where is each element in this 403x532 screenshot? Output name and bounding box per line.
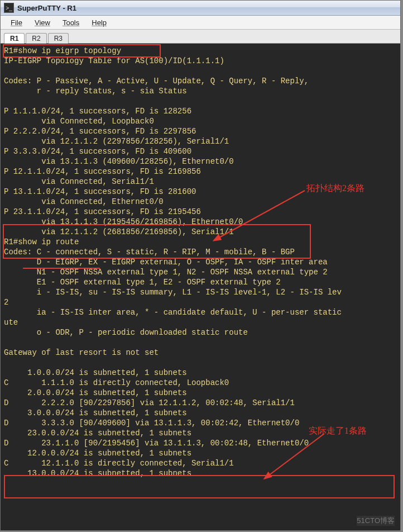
highlight-box-route-entry	[4, 475, 395, 498]
tab-r3[interactable]: R3	[48, 33, 69, 44]
menu-help[interactable]: Help	[92, 18, 107, 27]
watermark: 51CTO博客	[357, 516, 395, 526]
terminal-output[interactable]: R1#show ip eigrp topology IP-EIGRP Topol…	[1, 44, 400, 478]
menubar: File View Tools Help	[1, 16, 400, 30]
app-icon: >_	[4, 3, 14, 13]
menu-tools[interactable]: Tools	[63, 18, 79, 27]
tab-r2[interactable]: R2	[26, 33, 46, 44]
menu-view[interactable]: View	[35, 18, 50, 27]
tabbar: R1 R2 R3	[1, 30, 400, 44]
tab-r1[interactable]: R1	[4, 33, 25, 44]
menu-file[interactable]: File	[11, 18, 22, 27]
window-title: SuperPuTTY - R1	[17, 4, 76, 12]
app-window: >_ SuperPuTTY - R1 File View Tools Help …	[0, 0, 401, 531]
titlebar[interactable]: >_ SuperPuTTY - R1	[1, 1, 400, 16]
